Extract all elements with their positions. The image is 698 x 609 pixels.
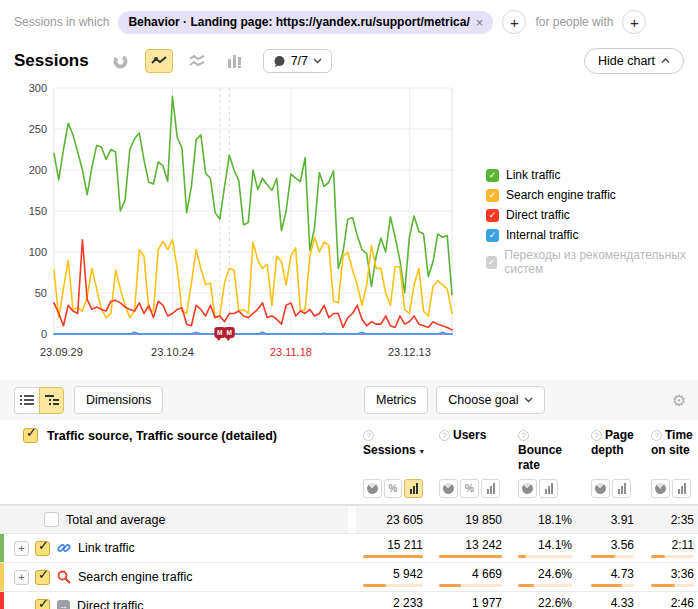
table-row[interactable]: Total and average23 60519 85018.1%3.912:… bbox=[0, 505, 698, 534]
legend-item[interactable]: ✓Search engine traffic bbox=[486, 188, 698, 202]
annotation-marker[interactable]: М bbox=[224, 327, 235, 341]
pie-view-icon bbox=[441, 481, 456, 496]
add-people-filter-button[interactable]: + bbox=[622, 10, 646, 34]
donut-chart-icon bbox=[113, 54, 128, 69]
svg-text:250: 250 bbox=[29, 123, 47, 135]
legend-item[interactable]: ✓Direct traffic bbox=[486, 208, 698, 222]
metric-column-header[interactable]: ?Users% bbox=[423, 420, 502, 504]
filter-chip[interactable]: Behavior · Landing page: https://yandex.… bbox=[118, 11, 493, 34]
expand-button[interactable]: + bbox=[14, 570, 29, 585]
metric-view-toggle-pie[interactable] bbox=[651, 479, 670, 498]
metric-bar bbox=[363, 555, 423, 558]
help-icon[interactable]: ? bbox=[591, 430, 602, 441]
row-checkbox[interactable] bbox=[44, 512, 59, 527]
metric-value: 22.6% bbox=[518, 592, 572, 609]
pie-view-icon bbox=[653, 481, 668, 496]
annotation-marker[interactable]: М bbox=[214, 327, 225, 341]
column-chart-type-button[interactable] bbox=[221, 49, 249, 73]
link-icon bbox=[57, 541, 71, 555]
bars-view-icon bbox=[487, 483, 495, 494]
chevron-down-icon bbox=[313, 58, 322, 64]
legend-checkbox-icon[interactable]: ✓ bbox=[486, 256, 497, 269]
legend-checkbox-icon[interactable]: ✓ bbox=[486, 169, 499, 182]
legend-item[interactable]: ✓Переходы из рекомендательных систем bbox=[486, 248, 698, 276]
row-color-stripe bbox=[0, 534, 4, 562]
row-label: Total and average bbox=[66, 513, 165, 527]
table-settings-gear-icon[interactable]: ⚙ bbox=[672, 391, 686, 410]
legend-item[interactable]: ✓Link traffic bbox=[486, 168, 698, 182]
metric-header-label[interactable]: ?Bounce rate bbox=[518, 428, 572, 473]
metric-cell: 3:36 bbox=[634, 563, 694, 591]
metric-bar bbox=[591, 584, 634, 587]
table-row[interactable]: +Search engine traffic5 9424 66924.6%4.7… bbox=[0, 563, 698, 592]
stacked-chart-type-button[interactable] bbox=[183, 49, 211, 73]
metric-column-header[interactable]: ?Page depth bbox=[572, 420, 634, 504]
metric-view-toggle-bars[interactable] bbox=[404, 479, 423, 498]
metric-value: 4.33 bbox=[591, 592, 634, 609]
comment-bubble-icon bbox=[273, 55, 286, 68]
metric-header-label[interactable]: ?Sessions▾ bbox=[363, 428, 423, 458]
metric-view-toggle-pie[interactable] bbox=[591, 479, 610, 498]
tree-view-button[interactable] bbox=[39, 387, 64, 414]
metric-cell: 1 977 bbox=[423, 592, 502, 609]
metric-header-label[interactable]: ?Time on site bbox=[651, 428, 694, 458]
help-icon[interactable]: ? bbox=[651, 430, 662, 441]
legend-label: Internal traffic bbox=[506, 228, 578, 242]
metric-view-toggle-bars[interactable] bbox=[672, 479, 691, 498]
legend-checkbox-icon[interactable]: ✓ bbox=[486, 189, 499, 202]
metric-view-toggle-pie[interactable] bbox=[439, 479, 458, 498]
metric-view-toggle-bars[interactable] bbox=[612, 479, 631, 498]
metric-column-header[interactable]: ?Sessions▾% bbox=[356, 420, 423, 504]
metric-view-toggle-percent[interactable]: % bbox=[460, 479, 479, 498]
metric-column-header[interactable]: ?Time on site bbox=[634, 420, 694, 504]
help-icon[interactable]: ? bbox=[363, 430, 374, 441]
metric-header-label[interactable]: ?Users bbox=[439, 428, 502, 443]
metric-view-toggle-bars[interactable] bbox=[539, 479, 558, 498]
metrics-button-label: Metrics bbox=[376, 393, 416, 407]
list-view-button[interactable] bbox=[14, 387, 39, 414]
row-checkbox[interactable] bbox=[35, 599, 50, 609]
line-chart-icon bbox=[151, 55, 167, 67]
metric-view-toggle-pie[interactable] bbox=[363, 479, 382, 498]
legend-checkbox-icon[interactable]: ✓ bbox=[486, 209, 499, 222]
legend-item[interactable]: ✓Internal traffic bbox=[486, 228, 698, 242]
percent-view-icon: % bbox=[465, 483, 474, 494]
svg-text:200: 200 bbox=[29, 164, 47, 176]
choose-goal-label: Choose goal bbox=[448, 393, 518, 407]
remove-filter-icon[interactable]: × bbox=[476, 15, 484, 30]
hide-chart-button[interactable]: Hide chart bbox=[584, 48, 684, 74]
table-row[interactable]: →Direct traffic2 2331 97722.6%4.332:46 bbox=[0, 592, 698, 609]
add-session-filter-button[interactable]: + bbox=[502, 10, 526, 34]
row-checkbox[interactable] bbox=[35, 541, 50, 556]
annotations-dropdown[interactable]: 7/7 bbox=[263, 49, 332, 73]
metric-cell: 2:11 bbox=[634, 534, 694, 562]
line-chart-type-button[interactable] bbox=[145, 49, 173, 73]
help-icon[interactable]: ? bbox=[518, 430, 529, 441]
metric-view-toggles bbox=[591, 479, 634, 498]
row-checkbox[interactable] bbox=[35, 570, 50, 585]
choose-goal-dropdown[interactable]: Choose goal bbox=[436, 386, 545, 414]
metric-view-toggle-pie[interactable] bbox=[518, 479, 537, 498]
metrics-button[interactable]: Metrics bbox=[364, 386, 428, 414]
metric-view-toggles: % bbox=[439, 479, 502, 498]
help-icon[interactable]: ? bbox=[439, 430, 450, 441]
dimension-header-checkbox[interactable] bbox=[23, 428, 38, 443]
chevron-down-icon bbox=[524, 397, 533, 403]
metric-cell: 2:46 bbox=[634, 592, 694, 609]
svg-text:50: 50 bbox=[35, 287, 47, 299]
metric-cell: 24.6% bbox=[502, 563, 572, 591]
metric-value: 19 850 bbox=[439, 506, 502, 527]
pie-chart-type-button[interactable] bbox=[107, 49, 135, 73]
dimensions-button[interactable]: Dimensions bbox=[74, 386, 163, 414]
metric-header-label[interactable]: ?Page depth bbox=[591, 428, 634, 458]
dimension-header-label: Traffic source, Traffic source (detailed… bbox=[47, 429, 277, 443]
svg-text:23.10.24: 23.10.24 bbox=[151, 346, 194, 358]
metric-view-toggle-bars[interactable] bbox=[481, 479, 500, 498]
metric-column-header[interactable]: ?Bounce rate bbox=[502, 420, 572, 504]
expand-button[interactable]: + bbox=[14, 541, 29, 556]
chevron-up-icon bbox=[661, 58, 670, 64]
metric-value: 2:11 bbox=[651, 534, 694, 552]
metric-view-toggle-percent[interactable]: % bbox=[384, 479, 403, 498]
legend-checkbox-icon[interactable]: ✓ bbox=[486, 229, 499, 242]
table-row[interactable]: +Link traffic15 21113 24214.1%3.562:11 bbox=[0, 534, 698, 563]
